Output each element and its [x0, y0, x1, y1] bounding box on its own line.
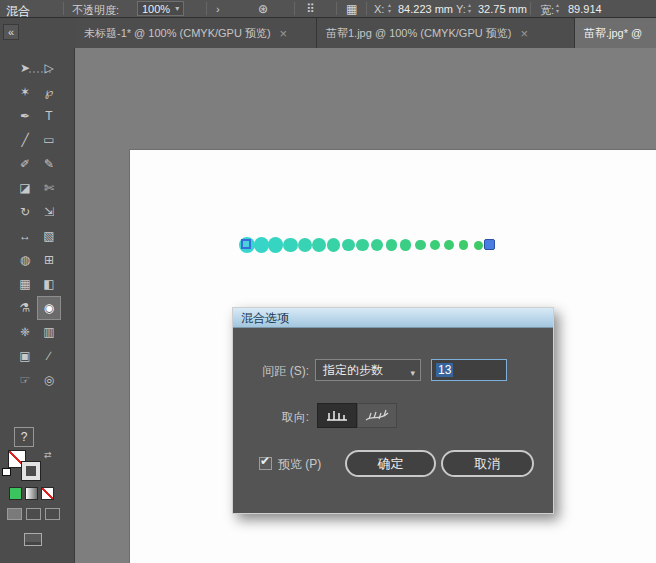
artboard-tool[interactable]: ▣: [13, 344, 37, 368]
ok-button[interactable]: 确定: [345, 450, 436, 477]
paintbrush-tool[interactable]: ✐: [13, 152, 37, 176]
control-bar: 混合 不透明度: 100% ▾ › ⊛ ⠿ ▦ X: ▴ ▾ 84.223 mm…: [0, 0, 656, 18]
blend-tool[interactable]: ◉: [37, 296, 61, 320]
default-fill-stroke-icon[interactable]: [2, 468, 11, 476]
shape-builder-tool[interactable]: ◍: [13, 248, 37, 272]
align-to-path-button[interactable]: [357, 403, 397, 428]
spacing-label: 间距 (S):: [247, 363, 309, 380]
tab-untitled-1[interactable]: 未标题-1* @ 100% (CMYK/GPU 预览) ×: [75, 18, 317, 48]
align-icon[interactable]: ⠿: [306, 2, 315, 16]
blend-dot[interactable]: [430, 240, 440, 250]
blend-dot[interactable]: [400, 239, 411, 250]
align-to-page-button[interactable]: [317, 403, 357, 428]
direct-selection-tool[interactable]: ▷: [37, 56, 61, 80]
blend-dot[interactable]: [312, 238, 326, 252]
tab-label: 苗帮1.jpg @ 100% (CMYK/GPU 预览): [326, 26, 511, 41]
eyedropper-tool[interactable]: ⚗: [13, 296, 37, 320]
rotate-tool[interactable]: ↻: [13, 200, 37, 224]
blend-dot[interactable]: [415, 240, 426, 251]
spacing-select[interactable]: 指定的步数 ▾: [315, 359, 421, 381]
symbol-sprayer-tool[interactable]: ❈: [13, 320, 37, 344]
divider: [530, 2, 531, 15]
none-button[interactable]: [41, 487, 54, 500]
blend-dot[interactable]: [342, 239, 355, 252]
y-value[interactable]: 32.75 mm: [478, 3, 527, 15]
chevron-down-icon: ▾: [410, 363, 415, 383]
close-icon[interactable]: ×: [520, 28, 528, 39]
blend-dot[interactable]: [474, 241, 483, 250]
perspective-grid-tool[interactable]: ⊞: [37, 248, 61, 272]
divider: [366, 2, 367, 15]
blend-dot[interactable]: [327, 238, 340, 251]
draw-behind-mode-button[interactable]: [26, 508, 41, 520]
width-stepper[interactable]: ▴ ▾: [556, 2, 559, 14]
tab-miaobang1-jpg[interactable]: 苗帮1.jpg @ 100% (CMYK/GPU 预览) ×: [317, 18, 575, 48]
close-icon[interactable]: ×: [280, 28, 288, 39]
swap-fill-stroke-icon[interactable]: ⇄: [44, 450, 52, 460]
stepper-down-icon[interactable]: ▾: [556, 8, 559, 14]
blend-end-anchor-handle[interactable]: [484, 239, 495, 250]
recolor-artwork-icon[interactable]: ⊛: [258, 2, 268, 16]
x-stepper[interactable]: ▴ ▾: [388, 2, 391, 14]
hand-tool[interactable]: ☞: [13, 368, 37, 392]
flyout-icon[interactable]: ›: [216, 3, 220, 15]
color-button[interactable]: [9, 487, 22, 500]
steps-value: 13: [436, 363, 453, 377]
width-value[interactable]: 89.914: [568, 3, 602, 15]
divider: [63, 2, 64, 15]
draw-normal-mode-button[interactable]: [7, 508, 22, 520]
collapse-panel-button[interactable]: «: [3, 24, 19, 40]
stepper-down-icon[interactable]: ▾: [468, 8, 471, 14]
blend-dot[interactable]: [283, 238, 298, 253]
spacing-selected-option: 指定的步数: [323, 363, 383, 377]
y-stepper[interactable]: ▴ ▾: [468, 2, 471, 14]
blend-dot[interactable]: [356, 239, 369, 252]
free-transform-tool[interactable]: ▧: [37, 224, 61, 248]
gradient-button[interactable]: [25, 487, 38, 500]
width-tool[interactable]: ↔: [13, 224, 37, 248]
opacity-dropdown[interactable]: 100% ▾: [137, 1, 184, 16]
blend-dot[interactable]: [298, 238, 312, 252]
rectangle-tool[interactable]: ▭: [37, 128, 61, 152]
blend-dot[interactable]: [268, 237, 283, 252]
slice-tool[interactable]: ∕: [37, 344, 61, 368]
blend-dot[interactable]: [444, 240, 454, 250]
blend-dot[interactable]: [371, 239, 383, 251]
pen-tool[interactable]: ✒: [13, 104, 37, 128]
steps-input[interactable]: 13: [431, 359, 507, 381]
panel-label: 混合: [6, 3, 30, 20]
blend-dot[interactable]: [254, 237, 270, 253]
scale-tool[interactable]: ⇲: [37, 200, 61, 224]
preview-checkbox[interactable]: ✔: [259, 457, 272, 470]
blend-options-dialog: 混合选项 间距 (S): 指定的步数 ▾ 13 取向: ✔ 预览 (P) 确定: [232, 307, 554, 514]
column-graph-tool[interactable]: ▥: [37, 320, 61, 344]
align-to-page-icon: [324, 409, 350, 423]
screen-mode-button[interactable]: [24, 533, 42, 546]
x-value[interactable]: 84.223 mm: [398, 3, 453, 15]
selection-tool[interactable]: ➤: [13, 56, 37, 80]
stroke-swatch[interactable]: [22, 462, 40, 480]
line-segment-tool[interactable]: ╱: [13, 128, 37, 152]
dialog-title[interactable]: 混合选项: [233, 308, 553, 328]
tab-miaobang-jpg[interactable]: 苗帮.jpg* @: [575, 18, 656, 48]
pencil-tool[interactable]: ✎: [37, 152, 61, 176]
eraser-tool[interactable]: ◪: [13, 176, 37, 200]
lasso-tool[interactable]: ℘: [37, 80, 61, 104]
tools-grid: ➤▷✶℘✒T╱▭✐✎◪✄↻⇲↔▧◍⊞▦◧⚗◉❈▥▣∕☞◎: [13, 56, 61, 392]
scissors-tool[interactable]: ✄: [37, 176, 61, 200]
help-button[interactable]: ?: [14, 427, 34, 447]
blend-dot[interactable]: [459, 240, 468, 249]
type-tool[interactable]: T: [37, 104, 61, 128]
y-label: Y:: [456, 3, 466, 15]
blend-start-anchor-handle[interactable]: [241, 239, 251, 249]
zoom-tool[interactable]: ◎: [37, 368, 61, 392]
transform-grid-icon[interactable]: ▦: [346, 2, 357, 16]
stepper-down-icon[interactable]: ▾: [388, 8, 391, 14]
magic-wand-tool[interactable]: ✶: [13, 80, 37, 104]
draw-inside-mode-button[interactable]: [45, 508, 60, 520]
mesh-tool[interactable]: ▦: [13, 272, 37, 296]
blend-dot[interactable]: [386, 239, 398, 251]
align-to-path-icon: [364, 409, 390, 423]
gradient-tool[interactable]: ◧: [37, 272, 61, 296]
cancel-button[interactable]: 取消: [441, 450, 534, 477]
